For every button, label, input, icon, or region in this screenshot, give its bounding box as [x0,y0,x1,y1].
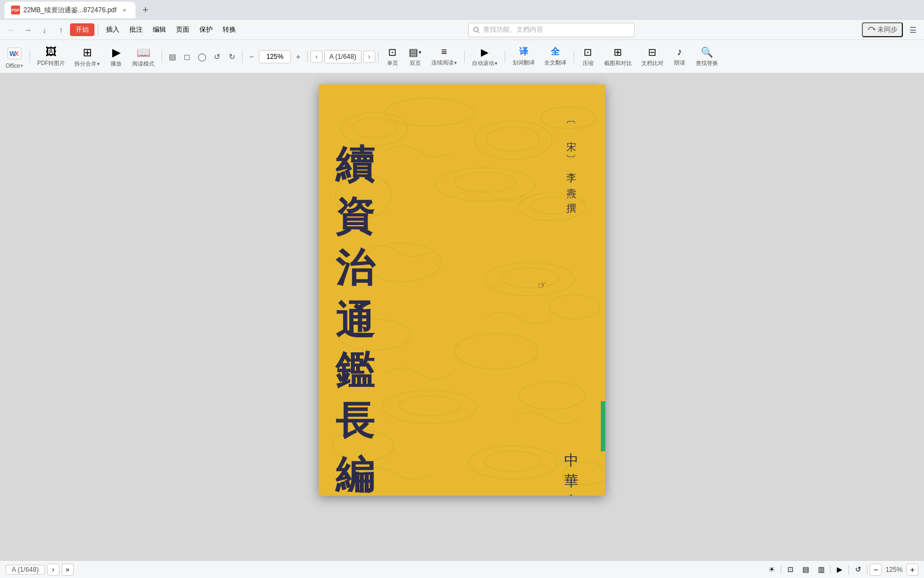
start-button[interactable]: 开始 [70,23,94,36]
browser-chrome: PDF 22MB_续资治通鉴...872476.pdf × + [0,0,924,20]
insert-button[interactable]: 插入 [102,23,124,36]
zoom-decrease-button[interactable]: − [245,51,258,63]
title-char-5: 鑑 [334,319,376,323]
forward-button[interactable]: → [20,22,36,38]
svg-point-7 [385,98,474,126]
search-container: 查找功能、文档内容 [242,23,861,37]
tab-title: 22MB_续资治通鉴...872476.pdf [23,6,117,15]
title-char-6: 長 [334,371,376,375]
play-label: 播放 [111,60,122,68]
status-brightness-button[interactable]: ☀ [765,563,779,576]
screenshot-button[interactable]: ⊞ 截图和对比 [600,44,636,69]
publisher-char-3: 書 [563,482,579,485]
convert-button[interactable]: 转换 [218,23,240,36]
new-tab-button[interactable]: + [138,2,153,18]
toolbar-row2: W X Office ▾ 🖼 PDF转图片 ⊞ 拆分合并▾ ▶ 播放 [0,40,924,73]
svg-point-21 [469,446,558,479]
svg-point-29 [484,451,542,471]
word-translate-button[interactable]: 译 划词翻译 [508,44,539,69]
rotate-right-btn[interactable]: ↻ [225,49,239,64]
svg-point-24 [486,127,540,151]
fit-icon: ⊡ [388,46,396,58]
tab-close-button[interactable]: × [120,6,129,14]
sep9 [574,51,574,63]
status-sep2 [830,565,831,574]
play-button[interactable]: ▶ 播放 [105,43,127,70]
status-fit-button[interactable]: ⊡ [784,563,797,576]
separator1 [98,24,98,36]
double-label: 双页 [410,59,421,67]
status-bar: A (1/648) › » ☀ ⊡ ▤ ▥ ▶ ↺ − 125% + [0,560,924,578]
split-merge-icon: ⊞ [83,46,92,59]
find-replace-icon: 🔍 [701,46,713,58]
back-button[interactable]: ← [3,22,19,38]
svg-point-11 [435,168,535,201]
menu-button[interactable]: ☰ [905,22,921,38]
publisher-char-2: 華 [563,462,579,464]
status-sep1 [781,565,781,574]
full-translate-label: 全文翻译 [544,59,566,67]
up-button[interactable]: ↑ [53,22,69,38]
status-next-page[interactable]: › [47,564,59,576]
annotate-button[interactable]: 批注 [125,23,147,36]
split-merge-button[interactable]: ⊞ 拆分合并▾ [70,43,104,70]
search-bar[interactable]: 查找功能、文档内容 [468,23,635,37]
status-double-page[interactable]: ▥ [815,563,828,576]
page-tool3[interactable]: ◯ [195,49,209,64]
page-tool2[interactable]: ◻ [180,49,194,64]
sep4 [242,51,243,63]
page-next-button[interactable]: › [363,51,375,63]
svg-point-16 [455,333,538,369]
continuous-read-button[interactable]: ≡ 连续阅读▾ [427,44,461,69]
compare-button[interactable]: ⊟ 文档比对 [637,44,668,69]
status-zoom-out[interactable]: − [870,564,882,576]
toolbar-row1: ← → ↓ ↑ 开始 插入 批注 编辑 页面 保护 转换 查找功能、文档内容 未… [0,20,924,40]
status-page-display: A (1/648) [6,565,45,575]
status-zoom-in[interactable]: + [906,564,918,576]
edit-button[interactable]: 编辑 [148,23,170,36]
sep3 [162,51,162,63]
status-single-page[interactable]: ▤ [799,563,812,576]
page-prev-button[interactable]: ‹ [310,51,323,63]
screenshot-icon: ⊞ [614,46,622,58]
office-button[interactable]: W X Office ▾ [2,42,27,71]
page-tool1[interactable]: ▤ [165,49,179,64]
find-replace-button[interactable]: 🔍 查找替换 [691,44,722,69]
rotate-left-btn[interactable]: ↺ [210,49,224,64]
status-last-page[interactable]: » [62,564,74,576]
double-page-button[interactable]: ▤▾ 双页 [404,44,426,69]
pdf-to-image-button[interactable]: 🖼 PDF转图片 [33,43,69,69]
history-button[interactable]: ↓ [37,22,52,38]
compress-button[interactable]: ⊡ 压缩 [577,44,599,69]
protect-button[interactable]: 保护 [195,23,217,36]
tab-favicon: PDF [11,6,20,14]
page-button[interactable]: 页面 [172,23,194,36]
compare-icon: ⊟ [648,46,656,58]
svg-point-26 [531,197,573,214]
author-surname: 李 [566,165,577,167]
svg-text:X: X [14,50,19,58]
svg-point-17 [549,295,599,319]
browser-tab[interactable]: PDF 22MB_续资治通鉴...872476.pdf × [4,2,135,18]
status-rotate-button[interactable]: ↺ [851,563,865,576]
compare-label: 文档比对 [641,59,664,67]
find-replace-label: 查找替换 [696,59,718,67]
author-given: 燾 [566,180,577,182]
fit-label: 单页 [387,59,398,67]
read-aloud-button[interactable]: ♪ 朗读 [669,44,691,69]
svg-point-18 [383,390,477,423]
sep8 [505,51,505,63]
status-play-button[interactable]: ▶ [833,563,846,576]
bookmark-tab [601,401,605,451]
reading-mode-button[interactable]: 📖 阅读模式 [128,43,159,70]
pdf-author: 〔 宋 〕 李 燾 撰 [565,118,578,198]
sync-button[interactable]: 未同步 [862,22,903,37]
zoom-input[interactable] [259,50,291,63]
zoom-increase-button[interactable]: + [292,51,304,63]
status-right-tools: ☀ ⊡ ▤ ▥ ▶ ↺ − 125% + [765,563,918,576]
auto-scroll-button[interactable]: ▶ 自动滚动▾ [468,44,502,69]
fit-page-button[interactable]: ⊡ 单页 [381,44,404,69]
svg-point-27 [501,268,559,288]
full-translate-button[interactable]: 全 全文翻译 [540,44,571,69]
svg-point-14 [485,262,574,296]
